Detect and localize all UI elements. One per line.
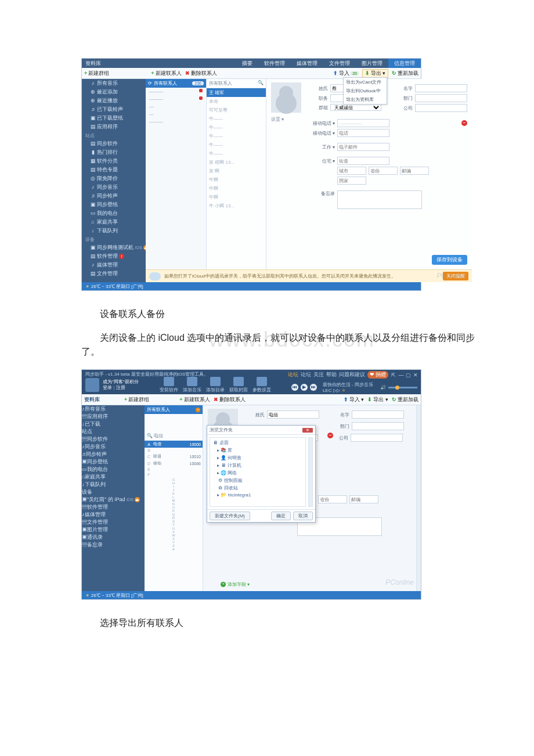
user-avatar-icon[interactable]: [85, 378, 99, 392]
mobile2-label[interactable]: 移动电话 ▾: [307, 130, 335, 136]
contact-row[interactable]: 未命: [207, 97, 266, 106]
pin-icon[interactable]: ⇱: [391, 372, 396, 378]
remove-group-icon[interactable]: −: [196, 408, 200, 412]
sidebar-item[interactable]: ▤备忘录: [82, 541, 145, 549]
sidebar-item[interactable]: ♪所有音乐: [82, 79, 146, 88]
sidebar-item[interactable]: ▤软件管理: [82, 503, 145, 511]
register-link[interactable]: 注册: [116, 385, 125, 390]
carrier-row[interactable]: D移动10086: [145, 460, 203, 467]
group-header[interactable]: ⟳ 所有联系人 236: [146, 79, 206, 88]
contact-row[interactable]: 牛——: [207, 114, 266, 123]
volume-slider[interactable]: [388, 387, 417, 388]
contact-row[interactable]: 牛啊: [207, 175, 266, 184]
search-icon[interactable]: 🔍: [258, 80, 264, 87]
contact-row[interactable]: 牛——: [207, 141, 266, 149]
contact-row[interactable]: 牛啊: [207, 193, 266, 201]
sidebar-item[interactable]: ▣同步壁纸: [82, 458, 145, 466]
import-button[interactable]: ⬆ 导入 20: [333, 70, 359, 77]
sidebar-item[interactable]: ♬同步铃声: [82, 192, 146, 200]
export-lib-item[interactable]: 导出为资料库: [344, 95, 387, 104]
tab-media[interactable]: 媒体管理: [291, 59, 323, 68]
new-group-button[interactable]: + 新建群组: [124, 396, 149, 404]
delete-contact-button[interactable]: ✖ 删除联系人: [185, 70, 217, 77]
tab-info-manage[interactable]: 信息管理: [388, 59, 421, 68]
zip-input[interactable]: [400, 167, 429, 175]
sidebar-item[interactable]: ◎限免降价: [82, 174, 146, 183]
new-contact-button[interactable]: + 新建联系人: [151, 70, 181, 77]
contact-row[interactable]: 发 程啊 13...: [207, 158, 266, 167]
company-input[interactable]: [351, 434, 403, 442]
export-vcard-item[interactable]: 导出为vCard文件: [344, 78, 387, 87]
contact-row[interactable]: 发 啊: [207, 167, 266, 175]
add-field-button[interactable]: + 添加字段 ▾: [221, 581, 250, 588]
country-input[interactable]: [337, 177, 366, 185]
sidebar-item[interactable]: ▤特色专题: [82, 165, 146, 174]
tree-item[interactable]: ⚙ 控制面板: [211, 477, 304, 484]
contact-row[interactable]: 牛——: [207, 149, 266, 158]
sidebar-item[interactable]: ⌂家庭共享: [82, 218, 146, 226]
export-button[interactable]: ⬇ 导出 ▾: [367, 396, 388, 404]
work-input[interactable]: [337, 143, 389, 151]
tree-item[interactable]: ▸ 📚 库: [211, 447, 304, 454]
tree-item[interactable]: ▸ 🖥 计算机: [211, 462, 304, 469]
sidebar-item[interactable]: ▣图片管理: [82, 526, 145, 534]
sidebar-item[interactable]: ♬同步铃声: [82, 451, 145, 458]
firstname-input[interactable]: [415, 84, 467, 92]
group-header[interactable]: 所有联系人 −: [145, 405, 203, 414]
province-input[interactable]: [369, 167, 398, 175]
sidebar-item[interactable]: ▣"吴红雨" 的 iPad IOS⏏: [82, 496, 145, 503]
close-icon[interactable]: ✕: [413, 372, 418, 378]
tab-pictures[interactable]: 图片管理: [356, 59, 388, 68]
contact-row[interactable]: 牛——: [207, 123, 266, 132]
sidebar-item[interactable]: ↓下载队列: [82, 226, 146, 235]
street-input[interactable]: [337, 157, 389, 165]
volume-icon[interactable]: 🔊: [380, 385, 386, 390]
tab-summary[interactable]: 摘要: [236, 59, 258, 68]
sidebar-item[interactable]: ⊕最近播放: [82, 96, 146, 105]
group-row[interactable]: —: [146, 103, 206, 110]
header-tab[interactable]: 参数设置: [252, 377, 271, 393]
reload-button[interactable]: ↻ 重新加载: [392, 70, 418, 77]
remove-row-icon[interactable]: −: [461, 120, 467, 126]
dept-input[interactable]: [352, 422, 404, 430]
sidebar-item[interactable]: ▤文件管理: [82, 269, 146, 278]
carrier-row[interactable]: F: [145, 472, 203, 477]
export-button[interactable]: ⬇ 导出 ▾: [362, 69, 388, 78]
sidebar-item[interactable]: ▦软件分类: [82, 157, 146, 165]
contact-row[interactable]: 牛——: [207, 132, 266, 141]
sidebar-item[interactable]: ▣同步壁纸: [82, 200, 146, 209]
header-tab[interactable]: 获取封面: [229, 377, 248, 393]
new-contact-button[interactable]: + 新建联系人: [179, 396, 210, 404]
group-row[interactable]: ———: [146, 88, 206, 95]
sidebar-item[interactable]: ▤文件管理: [82, 519, 145, 526]
link-forum-text[interactable]: 论坛: [301, 371, 311, 379]
sidebar-item[interactable]: ♪媒体管理: [82, 261, 146, 269]
group-row[interactable]: ———: [146, 95, 206, 103]
group-select[interactable]: 天威诚信: [330, 104, 381, 111]
header-tab[interactable]: 添加目录: [206, 377, 225, 393]
export-outlook-item[interactable]: 导出到Outlook中: [344, 87, 387, 95]
dialog-close-button[interactable]: ✕: [302, 428, 313, 433]
avatar[interactable]: [271, 82, 301, 113]
folder-tree[interactable]: 🖥 桌面▸ 📚 库▸ 👤 何明贵▸ 🖥 计算机▸ 🌐 网络 ⚙ 控制面板 ♻ 回…: [210, 437, 306, 507]
import-button[interactable]: ⬆ 导入 ▾: [344, 396, 365, 404]
sidebar-item[interactable]: ♬已下载铃声: [82, 105, 146, 114]
sidebar-item[interactable]: ↓下载队列: [82, 481, 145, 488]
maximize-icon[interactable]: ▢: [405, 372, 411, 378]
header-tab[interactable]: 安装软件: [160, 377, 178, 393]
link-forum[interactable]: 论坛: [288, 371, 298, 379]
home-label[interactable]: 住宅 ▾: [307, 158, 335, 164]
zip-input[interactable]: [349, 495, 378, 503]
sidebar-item[interactable]: ▭我的电台: [82, 466, 145, 473]
minimize-icon[interactable]: —: [398, 372, 404, 378]
sidebar-item[interactable]: ▭我的电台: [82, 209, 146, 218]
sidebar-item[interactable]: ↓已下载: [82, 420, 145, 428]
contact-row[interactable]: 牛 小啊 13...: [207, 201, 266, 210]
contact-row[interactable]: 可可至尊: [207, 106, 266, 114]
next-button[interactable]: ⏭: [310, 384, 317, 391]
tree-item[interactable]: ▸ 📁 htcIntegra1: [211, 492, 304, 498]
company-input[interactable]: [415, 104, 467, 112]
tree-item[interactable]: 🖥 桌面: [211, 439, 304, 447]
alpha-index[interactable]: GHIJKLMNOPQRSTUVWXYZ#: [145, 477, 203, 552]
mobile1-input[interactable]: [337, 119, 389, 127]
